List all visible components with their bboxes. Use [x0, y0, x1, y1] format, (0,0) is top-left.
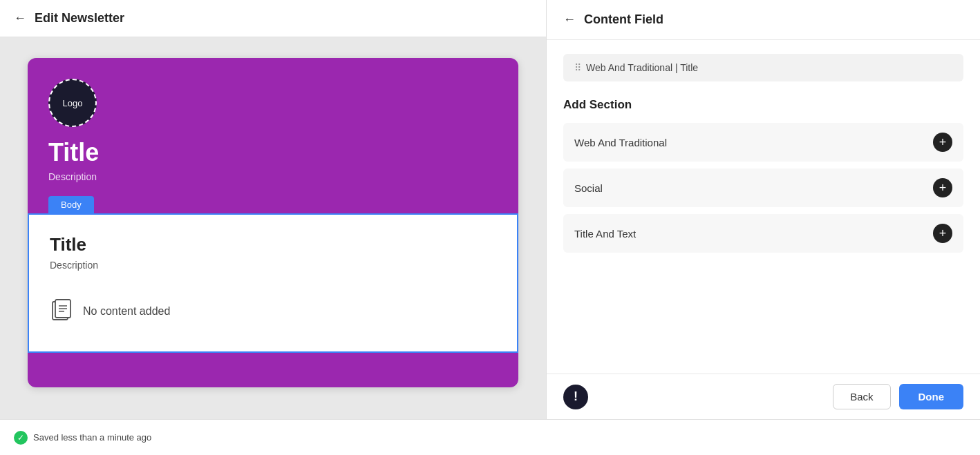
- right-content: ⠿ Web And Traditional | Title Add Sectio…: [547, 40, 980, 374]
- saved-indicator: ✓ Saved less than a minute ago: [14, 431, 151, 445]
- section-item-title-and-text[interactable]: Title And Text +: [563, 214, 963, 253]
- saved-text: Saved less than a minute ago: [33, 432, 151, 443]
- section-item-label-2: Title And Text: [574, 228, 636, 240]
- left-panel: ← Edit Newsletter Logo Title Description…: [0, 0, 546, 419]
- drag-dots-icon: ⠿: [574, 62, 581, 73]
- page-title: Edit Newsletter: [35, 11, 124, 26]
- right-header: ← Content Field: [547, 0, 980, 40]
- body-title: Title: [50, 234, 496, 255]
- section-item-web-and-traditional[interactable]: Web And Traditional +: [563, 123, 963, 162]
- back-footer-button[interactable]: Back: [833, 384, 890, 409]
- newsletter-logo: Logo: [48, 79, 97, 127]
- saved-check-icon: ✓: [14, 431, 28, 445]
- alert-icon[interactable]: !: [563, 385, 588, 409]
- right-footer: ! Back Done: [547, 374, 980, 419]
- no-content-area: No content added: [50, 290, 496, 332]
- no-content-icon: [50, 297, 73, 325]
- add-section-button-0[interactable]: +: [933, 133, 952, 152]
- body-tab[interactable]: Body: [48, 196, 94, 213]
- breadcrumb-row: ⠿ Web And Traditional | Title: [563, 54, 963, 81]
- newsletter-card: Logo Title Description Body Title Descri…: [28, 58, 518, 387]
- section-item-label-1: Social: [574, 182, 603, 194]
- section-item-label-0: Web And Traditional: [574, 137, 667, 148]
- newsletter-description: Description: [48, 171, 498, 182]
- back-button-left[interactable]: ←: [14, 11, 26, 26]
- newsletter-title: Title: [48, 138, 498, 167]
- add-section-button-2[interactable]: +: [933, 224, 952, 243]
- newsletter-preview-area: Logo Title Description Body Title Descri…: [0, 37, 546, 419]
- right-panel-title: Content Field: [584, 12, 663, 27]
- right-panel: ← Content Field ⠿ Web And Traditional | …: [546, 0, 980, 419]
- newsletter-header: Logo Title Description Body: [28, 58, 518, 213]
- add-section-label: Add Section: [563, 98, 963, 112]
- status-bar: ✓ Saved less than a minute ago: [0, 419, 980, 455]
- done-button[interactable]: Done: [899, 384, 964, 409]
- back-button-right[interactable]: ←: [563, 12, 576, 27]
- section-item-social[interactable]: Social +: [563, 168, 963, 207]
- add-section-button-1[interactable]: +: [933, 178, 952, 197]
- footer-buttons: Back Done: [833, 384, 963, 409]
- no-content-text: No content added: [83, 305, 170, 318]
- newsletter-body: Title Description No conte: [28, 213, 518, 353]
- newsletter-footer: [28, 353, 518, 387]
- body-desc: Description: [50, 260, 496, 271]
- left-header: ← Edit Newsletter: [0, 0, 546, 37]
- breadcrumb: Web And Traditional | Title: [586, 62, 698, 73]
